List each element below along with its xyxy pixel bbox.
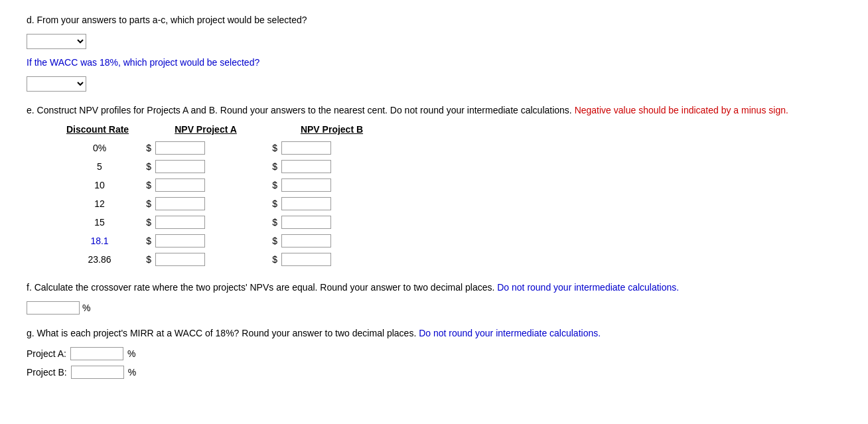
npv-table-section: Discount Rate NPV Project A NPV Project … <box>66 124 841 269</box>
npv-b-input-row-6[interactable] <box>281 253 331 266</box>
table-row: 12$$ <box>66 194 385 213</box>
part-d-select1[interactable]: Project A Project B <box>27 34 86 49</box>
dollar-sign-a: $ <box>133 232 153 250</box>
dollar-sign-a: $ <box>133 213 153 232</box>
mirr-project-b-input[interactable] <box>71 366 124 379</box>
part-g-question: g. What is each project's MIRR at a WACC… <box>27 326 841 340</box>
table-row: 23.86$$ <box>66 250 385 269</box>
part-e-question: e. Construct NPV profiles for Projects A… <box>27 104 841 117</box>
npv-a-input-row-5[interactable] <box>155 234 205 247</box>
rate-cell: 18.1 <box>66 232 133 250</box>
mirr-a-label: Project A: <box>27 348 66 359</box>
rate-cell: 12 <box>66 194 133 213</box>
dollar-sign-b: $ <box>259 194 279 213</box>
dollar-sign-b: $ <box>259 176 279 194</box>
dollar-sign-a: $ <box>133 250 153 269</box>
npv-table: Discount Rate NPV Project A NPV Project … <box>66 124 385 269</box>
rate-cell: 10 <box>66 176 133 194</box>
rate-cell: 0% <box>66 139 133 157</box>
part-d-question: d. From your answers to parts a-c, which… <box>27 13 841 27</box>
npv-b-input-row-3[interactable] <box>281 197 331 210</box>
crossover-input-row: % <box>27 301 841 315</box>
table-row: 10$$ <box>66 176 385 194</box>
part-g-section: g. What is each project's MIRR at a WACC… <box>27 326 841 379</box>
mirr-project-a-input[interactable] <box>70 347 123 360</box>
part-d-select2[interactable]: Project A Project B <box>27 76 86 92</box>
dollar-sign-b: $ <box>259 213 279 232</box>
table-row: 18.1$$ <box>66 232 385 250</box>
dollar-sign-a: $ <box>133 194 153 213</box>
part-d-wacc-question: If the WACC was 18%, which project would… <box>27 56 841 70</box>
dollar-sign-a: $ <box>133 176 153 194</box>
crossover-percent-sign: % <box>82 303 90 313</box>
col-header-npv-a: NPV Project A <box>153 124 259 139</box>
npv-b-input-row-2[interactable] <box>281 178 331 192</box>
npv-b-input-row-4[interactable] <box>281 216 331 229</box>
npv-b-input-row-0[interactable] <box>281 141 331 155</box>
dollar-sign-a: $ <box>133 157 153 176</box>
table-row: 15$$ <box>66 213 385 232</box>
part-f-question: f. Calculate the crossover rate where th… <box>27 281 841 295</box>
npv-a-input-row-4[interactable] <box>155 216 205 229</box>
mirr-a-percent: % <box>127 348 135 359</box>
table-row: 5$$ <box>66 157 385 176</box>
part-e-section: e. Construct NPV profiles for Projects A… <box>27 104 841 269</box>
npv-a-input-row-0[interactable] <box>155 141 205 155</box>
col-header-discount: Discount Rate <box>66 124 133 139</box>
rate-cell: 5 <box>66 157 133 176</box>
mirr-b-percent: % <box>128 367 136 378</box>
mirr-project-b-row: Project B: % <box>27 366 841 379</box>
npv-b-input-row-1[interactable] <box>281 160 331 173</box>
npv-a-input-row-6[interactable] <box>155 253 205 266</box>
mirr-project-a-row: Project A: % <box>27 347 841 360</box>
npv-b-input-row-5[interactable] <box>281 234 331 247</box>
table-row: 0%$$ <box>66 139 385 157</box>
part-d-section: d. From your answers to parts a-c, which… <box>27 13 841 92</box>
col-header-npv-b: NPV Project B <box>279 124 385 139</box>
npv-a-input-row-1[interactable] <box>155 160 205 173</box>
dollar-sign-b: $ <box>259 139 279 157</box>
part-f-section: f. Calculate the crossover rate where th… <box>27 281 841 315</box>
rate-cell: 15 <box>66 213 133 232</box>
rate-cell: 23.86 <box>66 250 133 269</box>
dollar-sign-b: $ <box>259 157 279 176</box>
crossover-rate-input[interactable] <box>27 301 80 315</box>
dollar-sign-b: $ <box>259 250 279 269</box>
mirr-b-label: Project B: <box>27 367 67 378</box>
npv-a-input-row-3[interactable] <box>155 197 205 210</box>
dollar-sign-a: $ <box>133 139 153 157</box>
dollar-sign-b: $ <box>259 232 279 250</box>
npv-a-input-row-2[interactable] <box>155 178 205 192</box>
